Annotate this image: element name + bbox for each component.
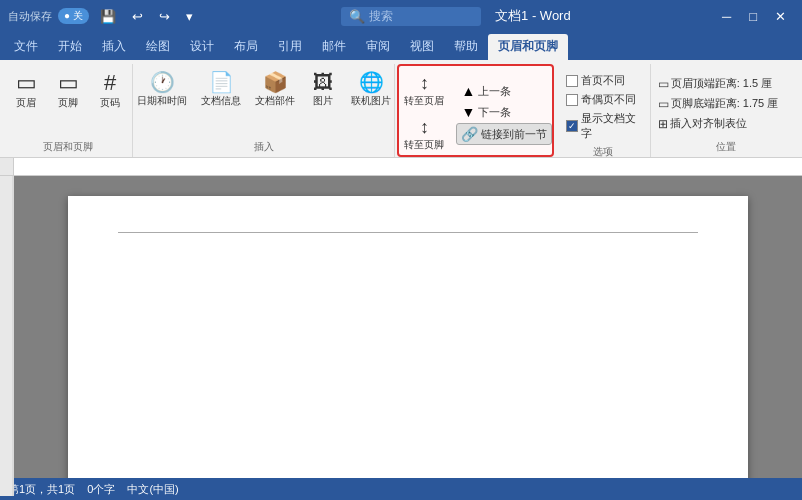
tab-help[interactable]: 帮助 <box>444 34 488 60</box>
window-controls: ─ □ ✕ <box>714 7 794 26</box>
ruler-main <box>14 158 802 175</box>
status-bar: 第1页，共1页 0个字 中文(中国) <box>0 478 802 500</box>
show-doc-text-check[interactable]: ✓ 显示文档文字 <box>564 110 642 142</box>
prev-section-button[interactable]: ▲ 上一条 <box>456 81 552 101</box>
tab-view[interactable]: 视图 <box>400 34 444 60</box>
show-doc-text-checkbox[interactable]: ✓ <box>566 120 578 132</box>
header-top-distance-label: 页眉顶端距离: 1.5 厘 <box>671 76 772 91</box>
tab-home[interactable]: 开始 <box>48 34 92 60</box>
tab-draw[interactable]: 绘图 <box>136 34 180 60</box>
group-insert: 🕐 日期和时间 📄 文档信息 📦 文档部件 🖼 图片 🌐 联机图片 插入 <box>135 64 395 157</box>
tab-design[interactable]: 设计 <box>180 34 224 60</box>
goto-footer-icon: ↕ <box>420 118 429 136</box>
group-header-footer-content: ▭ 页眉 ▭ 页脚 # 页码 <box>7 64 129 137</box>
left-ruler-svg <box>0 176 14 496</box>
odd-even-diff-label: 奇偶页不同 <box>581 92 636 107</box>
datetime-button[interactable]: 🕐 日期和时间 <box>132 68 192 112</box>
ribbon-tabs: 文件 开始 插入 绘图 设计 布局 引用 邮件 审阅 视图 帮助 页眉和页脚 <box>0 32 802 60</box>
tab-ref[interactable]: 引用 <box>268 34 312 60</box>
group-header-footer: ▭ 页眉 ▭ 页脚 # 页码 页眉和页脚 <box>4 64 133 157</box>
footer-bottom-icon: ▭ <box>658 97 669 111</box>
page-number-icon: # <box>104 72 116 94</box>
first-page-diff-label: 首页不同 <box>581 73 625 88</box>
goto-header-button[interactable]: ↕ 转至页眉 <box>398 70 450 112</box>
insert-align-tab-row[interactable]: ⊞ 插入对齐制表位 <box>656 115 749 132</box>
tab-mail[interactable]: 邮件 <box>312 34 356 60</box>
search-icon: 🔍 <box>349 9 365 24</box>
tab-insert[interactable]: 插入 <box>92 34 136 60</box>
word-count: 0个字 <box>87 482 115 497</box>
docinfo-button[interactable]: 📄 文档信息 <box>196 68 246 112</box>
picture-button[interactable]: 🖼 图片 <box>304 68 342 112</box>
online-picture-label: 联机图片 <box>351 94 391 108</box>
footer-button[interactable]: ▭ 页脚 <box>49 68 87 114</box>
group-header-footer-label: 页眉和页脚 <box>43 137 93 157</box>
ruler-svg <box>14 158 802 175</box>
picture-label: 图片 <box>313 94 333 108</box>
header-icon: ▭ <box>16 72 37 94</box>
autosave-toggle-button[interactable]: ● 关 <box>58 8 89 24</box>
ruler-side-left <box>0 158 14 175</box>
datetime-icon: 🕐 <box>150 72 175 92</box>
tab-header-footer[interactable]: 页眉和页脚 <box>488 34 568 60</box>
save-button[interactable]: 💾 <box>95 7 121 26</box>
link-to-prev-label: 链接到前一节 <box>481 127 547 142</box>
quick-access-more-button[interactable]: ▾ <box>181 7 198 26</box>
ruler-area <box>0 158 802 176</box>
minimize-button[interactable]: ─ <box>714 7 739 26</box>
page-number-label: 页码 <box>100 96 120 110</box>
docparts-label: 文档部件 <box>255 94 295 108</box>
next-section-button[interactable]: ▼ 下一条 <box>456 102 552 122</box>
goto-header-label: 转至页眉 <box>404 94 444 108</box>
docparts-icon: 📦 <box>263 72 288 92</box>
restore-button[interactable]: □ <box>741 7 765 26</box>
left-ruler <box>0 176 14 478</box>
close-button[interactable]: ✕ <box>767 7 794 26</box>
link-to-prev-button[interactable]: 🔗 链接到前一节 <box>456 123 552 145</box>
footer-icon: ▭ <box>58 72 79 94</box>
header-top-distance-row: ▭ 页眉顶端距离: 1.5 厘 <box>656 75 774 92</box>
group-position: ▭ 页眉顶端距离: 1.5 厘 ▭ 页脚底端距离: 1.75 厘 ⊞ 插入对齐制… <box>653 64 798 157</box>
online-picture-button[interactable]: 🌐 联机图片 <box>346 68 396 112</box>
tab-review[interactable]: 审阅 <box>356 34 400 60</box>
page-number-button[interactable]: # 页码 <box>91 68 129 114</box>
document-title: 文档1 - Word <box>495 7 571 25</box>
footer-label: 页脚 <box>58 96 78 110</box>
goto-footer-button[interactable]: ↕ 转至页脚 <box>398 114 450 156</box>
first-page-diff-checkbox[interactable] <box>566 75 578 87</box>
docinfo-icon: 📄 <box>209 72 234 92</box>
svg-rect-0 <box>14 158 802 175</box>
header-button[interactable]: ▭ 页眉 <box>7 68 45 114</box>
next-section-icon: ▼ <box>461 104 475 120</box>
group-position-content: ▭ 页眉顶端距离: 1.5 厘 ▭ 页脚底端距离: 1.75 厘 ⊞ 插入对齐制… <box>656 64 796 137</box>
svg-rect-2 <box>0 176 14 496</box>
title-bar-center: 🔍 文档1 - Word <box>341 7 571 26</box>
group-options-content: 首页不同 奇偶页不同 ✓ 显示文档文字 <box>564 64 642 142</box>
search-box: 🔍 <box>341 7 481 26</box>
group-navigation-content: ↕ 转至页眉 ↕ 转至页脚 ▲ 上一条 ▼ 下一条 � <box>398 66 552 156</box>
insert-align-icon: ⊞ <box>658 117 668 131</box>
goto-header-icon: ↕ <box>420 74 429 92</box>
group-navigation: ↕ 转至页眉 ↕ 转至页脚 ▲ 上一条 ▼ 下一条 � <box>397 64 555 157</box>
autosave-label: 自动保存 <box>8 9 52 24</box>
page-info: 第1页，共1页 <box>8 482 75 497</box>
docparts-button[interactable]: 📦 文档部件 <box>250 68 300 112</box>
nav-large-buttons: ↕ 转至页眉 ↕ 转至页脚 <box>398 70 450 156</box>
picture-icon: 🖼 <box>313 72 333 92</box>
search-input[interactable] <box>369 9 469 23</box>
tab-file[interactable]: 文件 <box>4 34 48 60</box>
ribbon-body: ▭ 页眉 ▭ 页脚 # 页码 页眉和页脚 🕐 日期和时间 📄 文档信息 <box>0 60 802 158</box>
document-area <box>0 176 802 478</box>
docinfo-label: 文档信息 <box>201 94 241 108</box>
odd-even-diff-check[interactable]: 奇偶页不同 <box>564 91 638 108</box>
first-page-diff-check[interactable]: 首页不同 <box>564 72 627 89</box>
insert-align-tab-label: 插入对齐制表位 <box>670 116 747 131</box>
odd-even-diff-checkbox[interactable] <box>566 94 578 106</box>
undo-button[interactable]: ↩ <box>127 7 148 26</box>
title-bar: 自动保存 ● 关 💾 ↩ ↪ ▾ 🔍 文档1 - Word ─ □ ✕ <box>0 0 802 32</box>
tab-layout[interactable]: 布局 <box>224 34 268 60</box>
group-position-label: 位置 <box>716 137 736 157</box>
redo-button[interactable]: ↪ <box>154 7 175 26</box>
document-scroll-area[interactable] <box>14 176 802 478</box>
group-insert-label: 插入 <box>254 137 274 157</box>
